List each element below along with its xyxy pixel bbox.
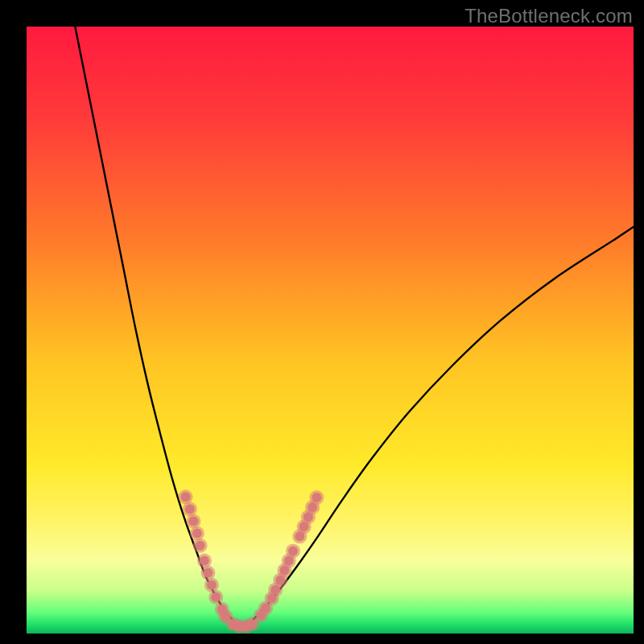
svg-point-16 [207,580,217,590]
svg-point-10 [196,541,205,551]
svg-point-4 [185,504,195,514]
svg-point-8 [192,529,202,539]
watermark-text: TheBottleneck.com [464,5,633,27]
gradient-background [27,27,634,634]
svg-point-14 [203,568,213,578]
svg-point-2 [181,492,191,502]
svg-point-56 [312,493,321,502]
chart-stage: TheBottleneck.com [0,0,644,644]
svg-point-18 [211,592,221,602]
svg-point-46 [288,546,298,555]
svg-point-6 [188,517,198,526]
bottleneck-chart [0,0,644,644]
svg-point-12 [200,556,209,566]
